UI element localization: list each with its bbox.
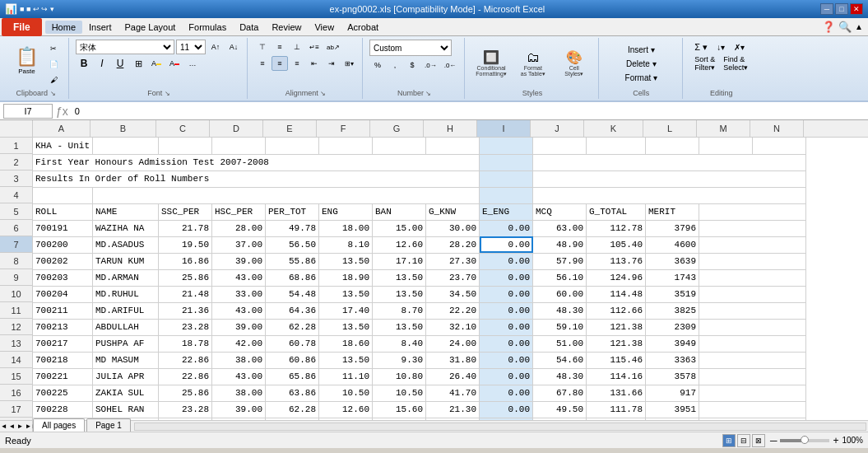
close-btn[interactable]: ✕ [850, 3, 863, 15]
cell-l7[interactable]: 4600 [646, 236, 699, 253]
cell-a7[interactable]: 700200 [33, 236, 93, 253]
font-family-select[interactable]: 宋体 [76, 40, 174, 54]
cell-l5[interactable]: MERIT [646, 203, 699, 220]
row-header-2[interactable]: 2 [0, 154, 32, 170]
cell-b8[interactable]: TARUN KUM [93, 253, 159, 269]
cell-g6[interactable]: 15.00 [373, 220, 426, 236]
normal-view-btn[interactable]: ⊞ [722, 434, 736, 447]
cell-i2[interactable] [480, 154, 533, 170]
row-header-6[interactable]: 6 [0, 220, 32, 236]
col-header-h[interactable]: H [424, 120, 477, 137]
cell-b7[interactable]: MD.ASADUS [93, 236, 159, 253]
next-sheet-btn[interactable]: ► [17, 423, 24, 430]
cell-c1[interactable] [159, 138, 212, 154]
cell-j7[interactable]: 48.90 [533, 236, 587, 253]
cell-a3[interactable]: Results In Order of Roll Numbers [33, 170, 480, 187]
cell-k6[interactable]: 112.78 [587, 220, 646, 236]
autosum-btn[interactable]: Σ ▾ [691, 40, 711, 54]
wrap-text-btn[interactable]: ↵≡ [306, 40, 323, 54]
insert-menu[interactable]: Insert [82, 21, 118, 34]
cell-h7[interactable]: 28.20 [426, 236, 480, 253]
row-header-14[interactable]: 14 [0, 352, 32, 368]
decrease-font-btn[interactable]: A↓ [225, 40, 242, 54]
cell-reference-input[interactable]: I7 [3, 104, 53, 119]
insert-btn[interactable]: Insert ▾ [622, 43, 661, 56]
zoom-in-btn[interactable]: + [833, 435, 838, 446]
cell-g7[interactable]: 12.60 [373, 236, 426, 253]
cell-e7[interactable]: 56.50 [266, 236, 319, 253]
cell-m1[interactable] [699, 138, 753, 154]
align-left-btn[interactable]: ≡ [254, 56, 271, 71]
data-menu[interactable]: Data [233, 21, 265, 34]
cell-e5[interactable]: PER_TOT [266, 203, 319, 220]
home-menu[interactable]: Home [45, 21, 82, 34]
sheet-tab-all[interactable]: All pages [33, 418, 85, 432]
col-header-j[interactable]: J [531, 120, 584, 137]
page-layout-view-btn[interactable]: ⊟ [737, 434, 750, 447]
cell-a2[interactable]: First Year Honours Admission Test 2007-2… [33, 154, 480, 170]
page-layout-menu[interactable]: Page Layout [118, 21, 183, 34]
delete-btn[interactable]: Delete ▾ [622, 57, 661, 70]
cell-i4[interactable] [480, 187, 533, 203]
bold-button[interactable]: B [76, 56, 92, 71]
row-header-9[interactable]: 9 [0, 269, 32, 286]
row-header-8[interactable]: 8 [0, 253, 32, 269]
view-menu[interactable]: View [308, 21, 341, 34]
cell-c5[interactable]: SSC_PER [159, 203, 212, 220]
align-center-btn[interactable]: ≡ [272, 56, 288, 71]
clear-btn[interactable]: ✗▾ [731, 40, 748, 54]
col-header-c[interactable]: C [156, 120, 210, 137]
number-format-select[interactable]: Custom General Number Currency Accountin… [369, 40, 452, 56]
cell-e6[interactable]: 49.78 [266, 220, 319, 236]
cell-j1[interactable] [533, 138, 587, 154]
decrease-indent-btn[interactable]: ⇤ [306, 56, 323, 71]
row-header-7[interactable]: 7 [0, 236, 32, 253]
page-break-view-btn[interactable]: ⊠ [752, 434, 765, 447]
cell-i8[interactable]: 0.00 [480, 253, 533, 269]
cell-c7[interactable]: 19.50 [159, 236, 212, 253]
col-header-e[interactable]: E [263, 120, 317, 137]
col-header-m[interactable]: M [697, 120, 750, 137]
prev-sheet-btn[interactable]: ◄◄ [0, 423, 7, 430]
maximize-btn[interactable]: □ [835, 3, 848, 15]
cell-j5[interactable]: MCQ [533, 203, 587, 220]
align-middle-btn[interactable]: ≡ [272, 40, 288, 54]
cell-k5[interactable]: G_TOTAL [587, 203, 646, 220]
row-header-3[interactable]: 3 [0, 170, 32, 187]
format-painter-button[interactable]: 🖌 [45, 72, 62, 87]
more-button[interactable]: … [184, 56, 201, 71]
align-bottom-btn[interactable]: ⊥ [289, 40, 305, 54]
format-btn[interactable]: Format ▾ [622, 71, 661, 84]
zoom-out-btn[interactable]: ─ [770, 435, 777, 446]
fill-color-button[interactable]: A▬ [148, 56, 165, 71]
cell-a6[interactable]: 700191 [33, 220, 93, 236]
row-header-1[interactable]: 1 [0, 138, 32, 154]
cell-k1[interactable] [587, 138, 646, 154]
row-header-16[interactable]: 16 [0, 385, 32, 401]
review-menu[interactable]: Review [265, 21, 308, 34]
col-header-d[interactable]: D [210, 120, 263, 137]
zoom-slider-track[interactable] [780, 439, 829, 442]
cell-i5[interactable]: E_ENG [480, 203, 533, 220]
cell-a4[interactable] [33, 187, 93, 203]
cell-e1[interactable] [266, 138, 319, 154]
cell-i1[interactable] [480, 138, 533, 154]
percent-btn[interactable]: % [369, 58, 386, 72]
cell-a8[interactable]: 700202 [33, 253, 93, 269]
sort-filter-btn[interactable]: Sort &Filter▾ [691, 56, 718, 71]
cell-styles-btn[interactable]: 🎨 CellStyles▾ [555, 46, 593, 81]
formulas-menu[interactable]: Formulas [182, 21, 233, 34]
italic-button[interactable]: I [94, 56, 110, 71]
cell-h6[interactable]: 30.00 [426, 220, 480, 236]
align-top-btn[interactable]: ⊤ [254, 40, 271, 54]
font-color-button[interactable]: A▬ [166, 56, 183, 71]
col-header-l[interactable]: L [643, 120, 697, 137]
cell-n1[interactable] [753, 138, 806, 154]
col-header-b[interactable]: B [91, 120, 156, 137]
find-select-btn[interactable]: Find &Select▾ [720, 56, 751, 71]
copy-button[interactable]: 📄 [45, 57, 62, 72]
col-header-n[interactable]: N [750, 120, 804, 137]
border-button[interactable]: ⊞ [130, 56, 146, 71]
row-header-15[interactable]: 15 [0, 368, 32, 385]
cell-g1[interactable] [373, 138, 426, 154]
